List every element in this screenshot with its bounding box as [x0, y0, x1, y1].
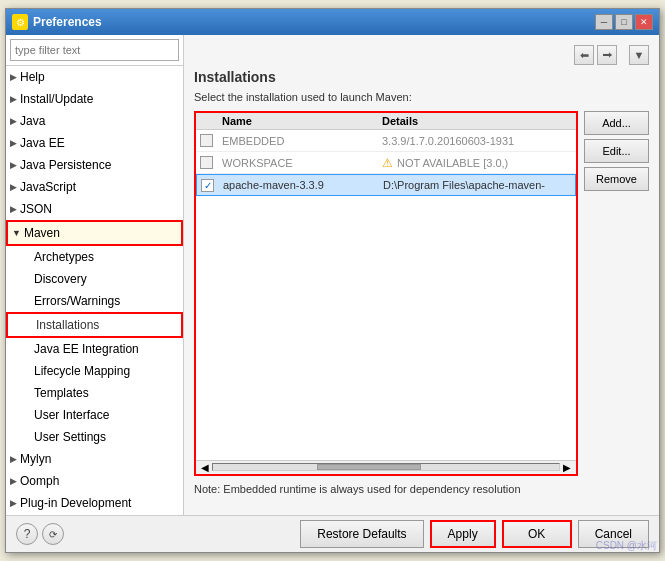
column-details: Details: [382, 115, 572, 127]
arrow-icon: ▶: [10, 472, 17, 490]
tree-item-javascript[interactable]: ▶ JavaScript: [6, 176, 183, 198]
tree-item-installations[interactable]: Installations: [6, 312, 183, 338]
back-button[interactable]: ⬅: [574, 45, 594, 65]
tree-item-help[interactable]: ▶ Help: [6, 66, 183, 88]
arrow-icon: ▼: [12, 224, 21, 242]
apply-button[interactable]: Apply: [430, 520, 496, 548]
cancel-button[interactable]: Cancel: [578, 520, 649, 548]
warning-icon: ⚠: [382, 156, 393, 170]
table-header: Name Details: [196, 113, 576, 130]
maximize-button[interactable]: □: [615, 14, 633, 30]
forward-button[interactable]: ⮕: [597, 45, 617, 65]
row-name: EMBEDDED: [222, 135, 382, 147]
arrow-icon: ▶: [10, 134, 17, 152]
tree-item-archetypes[interactable]: Archetypes: [6, 246, 183, 268]
scroll-right-btn[interactable]: ▶: [560, 462, 574, 473]
arrow-icon: ▶: [10, 494, 17, 512]
row-checkbox[interactable]: [200, 156, 213, 169]
help-button[interactable]: ?: [16, 523, 38, 545]
tree-item-discovery[interactable]: Discovery: [6, 268, 183, 290]
panel-title: Installations: [194, 69, 649, 85]
menu-button[interactable]: ▼: [629, 45, 649, 65]
row-checkbox[interactable]: [200, 134, 213, 147]
table-section: Name Details EMBEDDED 3.3.9/1.7.0.201606…: [194, 111, 649, 476]
right-panel: ⬅ ⮕ ▼ Installations Select the installat…: [184, 35, 659, 515]
arrow-icon: ▶: [10, 200, 17, 218]
tree-item-maven[interactable]: ▼ Maven: [6, 220, 183, 246]
table-row[interactable]: ✓ apache-maven-3.3.9 D:\Program Files\ap…: [196, 174, 576, 196]
preferences-window: ⚙ Preferences ─ □ ✕ ▶ Help ▶: [5, 8, 660, 553]
row-details: ⚠ NOT AVAILABLE [3.0,): [382, 156, 572, 170]
arrow-icon: ▶: [10, 156, 17, 174]
help-export-button[interactable]: ⟳: [42, 523, 64, 545]
tree-item-plugin-development[interactable]: ▶ Plug-in Development: [6, 492, 183, 514]
tree-item-user-interface[interactable]: User Interface: [6, 404, 183, 426]
tree-item-json[interactable]: ▶ JSON: [6, 198, 183, 220]
arrow-icon: ▶: [10, 450, 17, 468]
installations-table: Name Details EMBEDDED 3.3.9/1.7.0.201606…: [194, 111, 578, 476]
tree-item-mylyn[interactable]: ▶ Mylyn: [6, 448, 183, 470]
table-row[interactable]: EMBEDDED 3.3.9/1.7.0.20160603-1931: [196, 130, 576, 152]
scroll-left-btn[interactable]: ◀: [198, 462, 212, 473]
panel-description: Select the installation used to launch M…: [194, 91, 649, 103]
filter-input[interactable]: [10, 39, 179, 61]
footer: ? ⟳ Restore Defaults Apply OK Cancel: [6, 515, 659, 552]
tree-item-user-settings[interactable]: User Settings: [6, 426, 183, 448]
tree-item-install-update[interactable]: ▶ Install/Update: [6, 88, 183, 110]
tree-item-lifecycle-mapping[interactable]: Lifecycle Mapping: [6, 360, 183, 382]
left-panel: ▶ Help ▶ Install/Update ▶ Java ▶ Java EE: [6, 35, 184, 515]
close-button[interactable]: ✕: [635, 14, 653, 30]
minimize-button[interactable]: ─: [595, 14, 613, 30]
edit-button[interactable]: Edit...: [584, 139, 649, 163]
table-row[interactable]: WORKSPACE ⚠ NOT AVAILABLE [3.0,): [196, 152, 576, 174]
tree-item-oomph[interactable]: ▶ Oomph: [6, 470, 183, 492]
row-details: 3.3.9/1.7.0.20160603-1931: [382, 135, 572, 147]
table-body: EMBEDDED 3.3.9/1.7.0.20160603-1931 WORKS…: [196, 130, 576, 460]
scroll-thumb[interactable]: [317, 464, 421, 470]
row-name: apache-maven-3.3.9: [223, 179, 383, 191]
row-details: D:\Program Files\apache-maven-: [383, 179, 571, 191]
horizontal-scrollbar[interactable]: ◀ ▶: [196, 460, 576, 474]
column-name: Name: [222, 115, 382, 127]
row-checkbox[interactable]: ✓: [201, 179, 214, 192]
arrow-icon: ▶: [10, 178, 17, 196]
tree-item-java-ee-integration[interactable]: Java EE Integration: [6, 338, 183, 360]
note-text: Note: Embedded runtime is always used fo…: [194, 482, 649, 497]
filter-box: [6, 35, 183, 66]
arrow-icon: ▶: [10, 68, 17, 86]
arrow-icon: ▶: [10, 90, 17, 108]
restore-defaults-button[interactable]: Restore Defaults: [300, 520, 423, 548]
main-content: ▶ Help ▶ Install/Update ▶ Java ▶ Java EE: [6, 35, 659, 515]
tree-item-java-ee[interactable]: ▶ Java EE: [6, 132, 183, 154]
tree-area: ▶ Help ▶ Install/Update ▶ Java ▶ Java EE: [6, 66, 183, 515]
window-icon: ⚙: [12, 14, 28, 30]
remove-button[interactable]: Remove: [584, 167, 649, 191]
ok-button[interactable]: OK: [502, 520, 572, 548]
tree-item-java-persistence[interactable]: ▶ Java Persistence: [6, 154, 183, 176]
row-name: WORKSPACE: [222, 157, 382, 169]
tree-item-errors-warnings[interactable]: Errors/Warnings: [6, 290, 183, 312]
scroll-track[interactable]: [212, 463, 560, 471]
add-button[interactable]: Add...: [584, 111, 649, 135]
arrow-icon: ▶: [10, 112, 17, 130]
tree-item-templates[interactable]: Templates: [6, 382, 183, 404]
help-icons: ? ⟳: [16, 523, 64, 545]
tree-item-java[interactable]: ▶ Java: [6, 110, 183, 132]
window-title: Preferences: [33, 15, 102, 29]
title-bar: ⚙ Preferences ─ □ ✕: [6, 9, 659, 35]
toolbar-top: ⬅ ⮕ ▼: [194, 45, 649, 65]
side-buttons: Add... Edit... Remove: [584, 111, 649, 476]
